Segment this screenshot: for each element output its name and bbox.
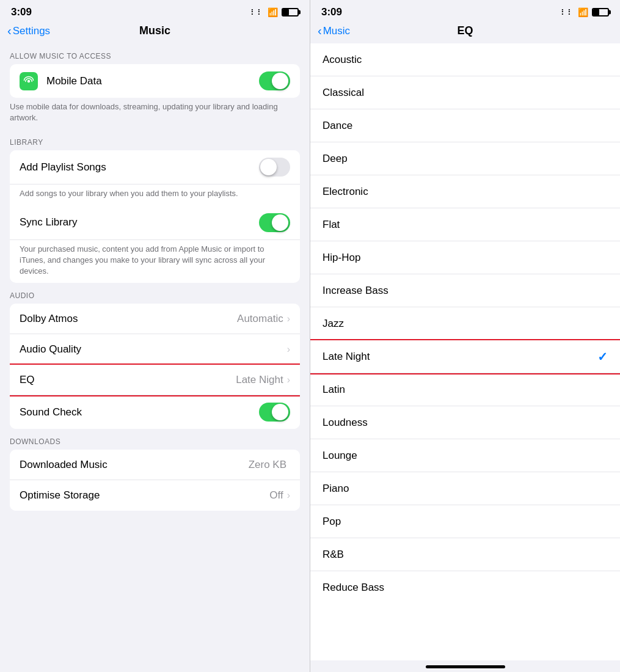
sound-check-row[interactable]: Sound Check [10,395,300,429]
eq-label: EQ [20,374,236,386]
mobile-data-desc: Use mobile data for downloads, streaming… [0,98,310,130]
eq-item-label: Reduce Bass [323,582,608,594]
allow-music-card: Mobile Data [10,64,300,98]
add-playlist-songs-label: Add Playlist Songs [20,161,259,173]
sync-library-label: Sync Library [20,216,259,228]
eq-item-label: Late Night [323,351,597,363]
eq-item-dance[interactable]: Dance [310,109,620,142]
eq-item-label: Increase Bass [323,285,608,297]
mobile-data-icon [20,72,38,90]
dolby-atmos-chevron-icon: › [287,313,290,324]
sound-check-label: Sound Check [20,406,259,418]
right-back-label: Music [323,25,350,37]
eq-chevron-icon: › [287,374,290,385]
eq-item-flat[interactable]: Flat [310,208,620,241]
eq-item-lounge[interactable]: Lounge [310,439,620,472]
eq-item-acoustic[interactable]: Acoustic [310,43,620,76]
wifi-icon: 📶 [268,7,278,17]
left-back-button[interactable]: ‹ Settings [7,25,50,37]
eq-item-jazz[interactable]: Jazz [310,307,620,340]
sync-library-toggle[interactable] [259,213,290,232]
library-card: Add Playlist Songs Add songs to your lib… [10,150,300,283]
mobile-data-toggle[interactable] [259,71,290,90]
right-home-indicator [426,665,505,668]
optimise-storage-row[interactable]: Optimise Storage Off › [10,480,300,511]
battery-icon [282,8,299,16]
left-panel: 3:09 ⠇⠇ 📶 ‹ Settings Music ALLOW MUSIC T… [0,0,310,672]
add-playlist-songs-desc: Add songs to your library when you add t… [10,184,300,205]
eq-item-label: Latin [323,384,608,396]
optimise-storage-label: Optimise Storage [20,489,269,502]
audio-quality-chevron-icon: › [287,344,290,355]
eq-item-label: Deep [323,153,608,165]
right-battery-icon [592,8,609,16]
allow-music-section-label: ALLOW MUSIC TO ACCESS [0,43,310,64]
eq-item-label: Lounge [323,450,608,462]
eq-item-pop[interactable]: Pop [310,505,620,538]
left-nav-bar: ‹ Settings Music [0,22,310,43]
add-playlist-songs-toggle[interactable] [259,158,290,177]
left-back-label: Settings [13,25,50,37]
right-back-chevron-icon: ‹ [318,24,322,37]
eq-item-electronic[interactable]: Electronic [310,175,620,208]
eq-item-classical[interactable]: Classical [310,76,620,109]
right-time: 3:09 [321,6,342,18]
optimise-storage-chevron-icon: › [287,490,290,501]
eq-item-reduce-bass[interactable]: Reduce Bass [310,571,620,604]
downloads-section-label: DOWNLOADS [0,429,310,450]
eq-item-late-night[interactable]: Late Night✓ [310,340,620,373]
left-status-icons: ⠇⠇ 📶 [250,7,299,17]
eq-item-label: Acoustic [323,54,608,66]
audio-section-label: AUDIO [0,283,310,304]
eq-item-label: Flat [323,219,608,231]
eq-item-label: Jazz [323,318,608,330]
eq-item-deep[interactable]: Deep [310,142,620,175]
left-back-chevron-icon: ‹ [7,24,12,37]
eq-list: AcousticClassicalDanceDeepElectronicFlat… [310,43,620,660]
downloads-card: Downloaded Music Zero KB Optimise Storag… [10,450,300,511]
left-status-bar: 3:09 ⠇⠇ 📶 [0,0,310,22]
eq-item-label: Loudness [323,417,608,429]
audio-quality-row[interactable]: Audio Quality › [10,334,300,365]
svg-point-0 [27,79,31,82]
right-wifi-icon: 📶 [578,7,588,17]
right-back-button[interactable]: ‹ Music [318,25,350,37]
dolby-atmos-value: Automatic [237,313,283,325]
right-panel: 3:09 ⠇⠇ 📶 ‹ Music EQ AcousticClassicalDa… [310,0,620,672]
downloaded-music-label: Downloaded Music [20,459,249,471]
add-playlist-songs-row[interactable]: Add Playlist Songs [10,150,300,184]
eq-item-label: Pop [323,516,608,528]
left-time: 3:09 [11,6,32,18]
mobile-data-label: Mobile Data [46,75,259,87]
eq-item-piano[interactable]: Piano [310,472,620,505]
eq-item-label: Dance [323,120,608,132]
mobile-data-row[interactable]: Mobile Data [10,64,300,98]
eq-item-checkmark-icon: ✓ [597,349,608,364]
eq-item-increase-bass[interactable]: Increase Bass [310,274,620,307]
right-nav-bar: ‹ Music EQ [310,22,620,43]
dolby-atmos-label: Dolby Atmos [20,313,237,325]
downloaded-music-row[interactable]: Downloaded Music Zero KB [10,450,300,480]
sound-check-toggle[interactable] [259,403,290,422]
eq-item-latin[interactable]: Latin [310,373,620,406]
downloaded-music-value: Zero KB [249,459,286,471]
sync-library-row[interactable]: Sync Library [10,206,300,240]
eq-item-loudness[interactable]: Loudness [310,406,620,439]
audio-quality-label: Audio Quality [20,343,287,356]
eq-item-label: Piano [323,483,608,495]
dolby-atmos-row[interactable]: Dolby Atmos Automatic › [10,304,300,334]
library-section-label: LIBRARY [0,130,310,150]
eq-item-hip-hop[interactable]: Hip-Hop [310,241,620,274]
right-nav-title: EQ [457,24,473,37]
eq-item-label: Classical [323,87,608,99]
signal-icon: ⠇⠇ [250,8,264,17]
audio-card: Dolby Atmos Automatic › Audio Quality › … [10,304,300,429]
right-status-bar: 3:09 ⠇⠇ 📶 [310,0,620,22]
eq-item-r&b[interactable]: R&B [310,538,620,571]
right-signal-icon: ⠇⠇ [561,8,574,17]
left-nav-title: Music [139,24,170,37]
eq-row[interactable]: EQ Late Night › [10,365,300,395]
optimise-storage-value: Off [269,489,283,502]
eq-item-label: Hip-Hop [323,252,608,264]
eq-item-label: R&B [323,549,608,561]
